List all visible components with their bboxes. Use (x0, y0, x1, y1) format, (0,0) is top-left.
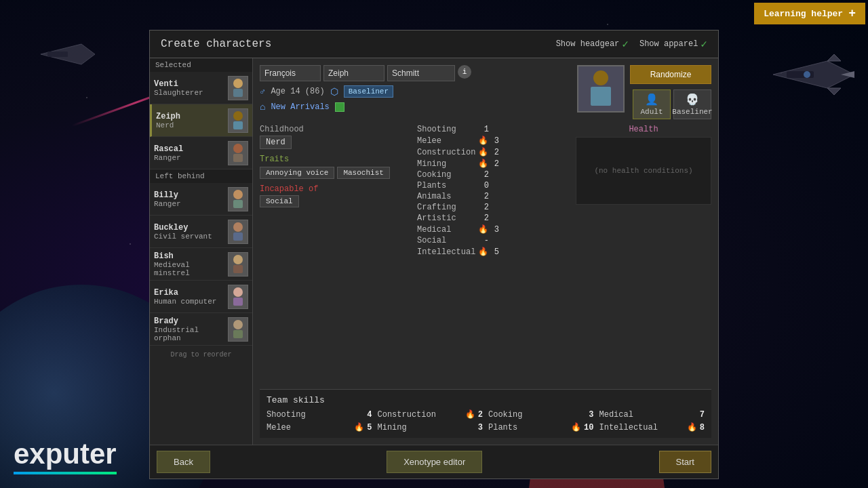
skill-plants-name: Plants (417, 181, 478, 190)
character-header: i ♂ Age 14 (86) ⬡ Baseliner ⌂ New Arriva… (260, 65, 711, 119)
skill-mining-value: 2 (488, 159, 499, 169)
first-name-input[interactable] (260, 65, 321, 81)
char-info-brady: Brady Industrial orphan (154, 317, 225, 342)
skill-animals: Animals 2 (417, 192, 568, 201)
trait-masochist[interactable]: Masochist (337, 167, 389, 179)
randomize-section: Randomize 👤 Adult 💀 Baseliner (630, 65, 711, 119)
faction-badge[interactable]: Baseliner (344, 85, 393, 98)
char-role-brady: Industrial orphan (154, 326, 225, 342)
baseliner-label: Baseliner (672, 108, 712, 116)
team-construction-val: 2 (478, 410, 483, 420)
char-info-venti: Venti Slaughterer (154, 79, 225, 97)
team-cooking-name: Cooking (488, 410, 586, 420)
char-info-zeiph: Zeiph Nerd (156, 112, 225, 129)
show-apparel-option[interactable]: Show apparel ✓ (639, 37, 707, 51)
char-item-bish[interactable]: Bish Medieval minstrel (150, 248, 252, 281)
header-options: Show headgear ✓ Show apparel ✓ (556, 37, 707, 51)
back-button[interactable]: Back (157, 451, 210, 473)
team-skills-grid: Shooting 4 Construction 🔥 2 Cooking 3 Me… (267, 409, 705, 432)
mining-fire-icon: 🔥 (478, 159, 488, 169)
svg-rect-9 (233, 89, 243, 97)
skill-plants: Plants 0 (417, 181, 568, 190)
svg-rect-19 (233, 265, 243, 273)
last-name-input[interactable] (387, 65, 455, 81)
team-skill-construction: Construction 🔥 2 (378, 409, 484, 420)
baseliner-type-button[interactable]: 💀 Baseliner (673, 89, 711, 119)
trait-tags: Annoying voice Masochist (260, 167, 409, 179)
char-name-buckley: Buckley (154, 223, 225, 232)
svg-point-20 (233, 287, 243, 297)
create-characters-dialog: Create characters Show headgear ✓ Show a… (149, 30, 719, 479)
char-name-erika: Erika (154, 288, 225, 298)
team-melee-fire: 🔥 (354, 422, 364, 432)
skills-section: Shooting 1 Melee 🔥 3 Construction 🔥 2 (417, 125, 568, 384)
skill-construction-name: Construction (417, 148, 478, 157)
exputer-underline (14, 472, 117, 474)
skill-medical-value: 3 (488, 225, 499, 235)
childhood-value[interactable]: Nerd (260, 136, 292, 149)
health-section: Health (no health conditions) (576, 125, 711, 384)
dialog-title: Create characters (161, 38, 271, 50)
team-intellectual-name: Intellectual (599, 423, 684, 432)
skill-intellectual-value: 5 (488, 247, 499, 257)
start-button[interactable]: Start (659, 451, 711, 473)
traits-title: Traits (260, 155, 409, 164)
arrivals-icon: ⌂ (260, 102, 265, 113)
traits-section: Traits Annoying voice Masochist (260, 155, 409, 179)
portrait-head (593, 70, 608, 85)
svg-rect-11 (233, 121, 243, 129)
char-item-buckley[interactable]: Buckley Civil servant (150, 216, 252, 248)
adult-icon: 👤 (645, 93, 658, 106)
learning-helper-label: Learning helper (764, 9, 843, 19)
svg-rect-7 (47, 52, 68, 57)
skill-artistic-value: 2 (478, 214, 489, 223)
skill-construction: Construction 🔥 2 (417, 147, 568, 157)
team-skill-mining: Mining 3 (378, 422, 484, 432)
randomize-button[interactable]: Randomize (630, 65, 711, 84)
trait-annoying-voice[interactable]: Annoying voice (260, 167, 334, 179)
svg-marker-2 (827, 88, 841, 95)
svg-point-16 (233, 222, 243, 232)
middle-name-input[interactable] (323, 65, 384, 81)
spaceship-left-icon (41, 41, 95, 68)
skill-medical-name: Medical (417, 225, 478, 235)
skill-shooting-name: Shooting (417, 125, 478, 134)
team-medical-val: 7 (700, 410, 705, 420)
char-item-erika[interactable]: Erika Human computer (150, 281, 252, 313)
skill-shooting: Shooting 1 (417, 125, 568, 134)
xenotype-editor-button[interactable]: Xenotype editor (387, 451, 482, 473)
char-role-venti: Slaughterer (154, 89, 225, 97)
medical-fire-icon: 🔥 (478, 224, 488, 235)
portrait-body (591, 87, 611, 106)
arrivals-label[interactable]: New Arrivals (271, 102, 329, 112)
char-item-venti[interactable]: Venti Slaughterer (150, 72, 252, 104)
dialog-body: Selected Venti Slaughterer Zeiph Nerd (150, 58, 718, 445)
skill-melee: Melee 🔥 3 (417, 136, 568, 146)
arrivals-color-swatch[interactable] (335, 102, 344, 112)
spaceship-right-icon (773, 54, 854, 95)
svg-point-18 (233, 255, 243, 264)
skill-melee-name: Melee (417, 136, 478, 146)
char-avatar-rascal (228, 141, 248, 165)
character-portrait[interactable] (577, 65, 625, 113)
show-headgear-option[interactable]: Show headgear ✓ (556, 37, 629, 51)
char-info-buckley: Buckley Civil servant (154, 223, 225, 241)
team-intellectual-fire: 🔥 (687, 422, 697, 432)
skill-social-name: Social (417, 236, 478, 245)
char-item-brady[interactable]: Brady Industrial orphan (150, 313, 252, 346)
char-item-rascal[interactable]: Rascal Ranger (150, 137, 252, 169)
char-avatar-bish (228, 252, 248, 277)
skill-artistic: Artistic 2 (417, 214, 568, 223)
info-icon[interactable]: i (458, 65, 471, 79)
char-item-billy[interactable]: Billy Ranger (150, 183, 252, 216)
selected-section-label: Selected (150, 58, 252, 72)
dialog-header: Create characters Show headgear ✓ Show a… (150, 30, 718, 58)
team-construction-name: Construction (378, 410, 462, 420)
drag-hint: Drag to reorder (150, 348, 252, 361)
learning-helper-banner[interactable]: Learning helper + (754, 3, 865, 24)
char-avatar-brady (228, 317, 248, 342)
char-item-zeiph[interactable]: Zeiph Nerd (150, 104, 252, 137)
apparel-check-icon: ✓ (701, 37, 707, 51)
char-role-erika: Human computer (154, 298, 225, 306)
adult-type-button[interactable]: 👤 Adult (633, 89, 671, 119)
